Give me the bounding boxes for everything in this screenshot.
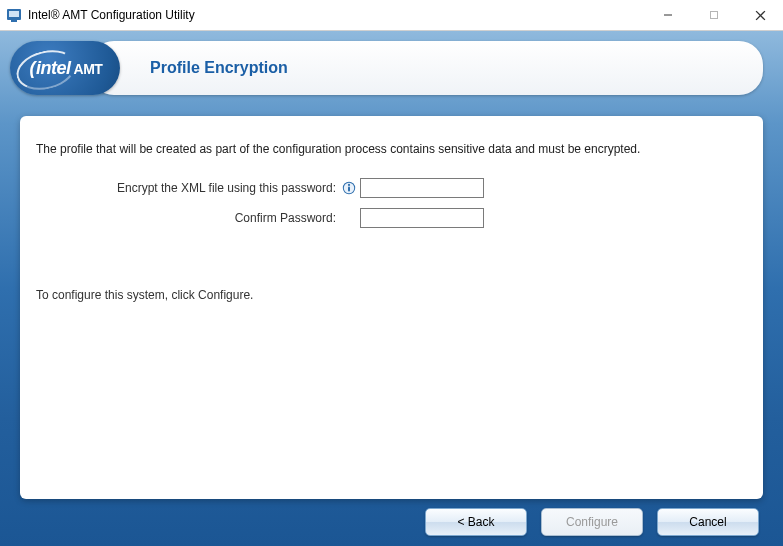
window-title: Intel® AMT Configuration Utility — [28, 8, 195, 22]
app-icon — [6, 7, 22, 23]
back-button[interactable]: < Back — [425, 508, 527, 536]
maximize-button — [691, 0, 737, 30]
logo-main-text: intel — [36, 58, 71, 79]
password-input[interactable] — [360, 178, 484, 198]
intro-text: The profile that will be created as part… — [36, 142, 747, 156]
svg-point-9 — [348, 184, 350, 186]
svg-rect-4 — [711, 12, 718, 19]
cancel-button-label: Cancel — [689, 515, 726, 529]
configure-button: Configure — [541, 508, 643, 536]
window-body: (intel AMT Profile Encryption The profil… — [0, 31, 783, 546]
header-title-bar: Profile Encryption — [90, 41, 763, 95]
close-button[interactable] — [737, 0, 783, 30]
confirm-label: Confirm Password: — [36, 211, 360, 225]
main-panel: The profile that will be created as part… — [20, 116, 763, 499]
minimize-button[interactable] — [645, 0, 691, 30]
configure-button-label: Configure — [566, 515, 618, 529]
password-label: Encrypt the XML file using this password… — [36, 181, 342, 195]
titlebar: Intel® AMT Configuration Utility — [0, 0, 783, 31]
cancel-button[interactable]: Cancel — [657, 508, 759, 536]
password-row: Encrypt the XML file using this password… — [36, 178, 747, 198]
header-ribbon: (intel AMT Profile Encryption — [10, 41, 763, 95]
svg-rect-2 — [11, 20, 17, 22]
hint-text: To configure this system, click Configur… — [36, 288, 747, 302]
intel-logo: (intel AMT — [10, 41, 120, 95]
page-title: Profile Encryption — [150, 59, 288, 77]
confirm-row: Confirm Password: — [36, 208, 747, 228]
confirm-password-input[interactable] — [360, 208, 484, 228]
footer: < Back Configure Cancel — [425, 505, 759, 539]
back-button-label: < Back — [457, 515, 494, 529]
info-icon[interactable] — [342, 181, 356, 195]
svg-rect-10 — [348, 187, 350, 192]
logo-suffix-text: AMT — [74, 61, 103, 77]
svg-rect-1 — [9, 11, 19, 17]
